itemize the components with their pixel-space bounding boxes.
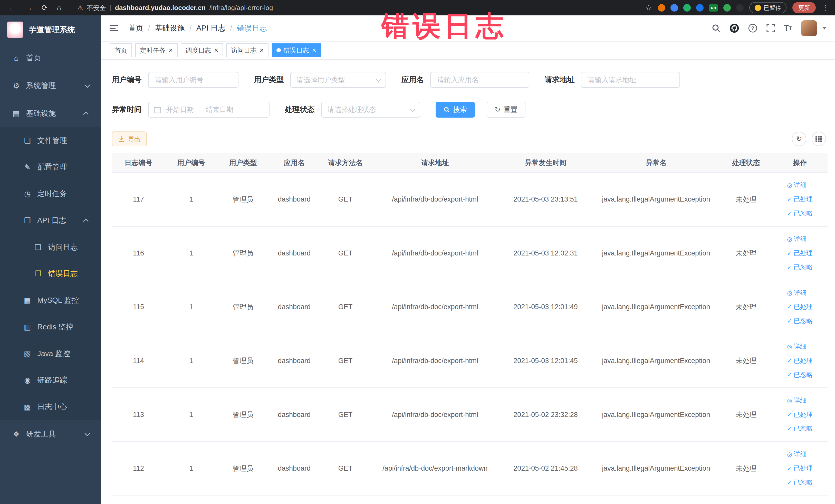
sidebar-item-mysql-monitor[interactable]: ▦MySQL 监控 [0,287,101,314]
browser-menu-icon[interactable]: ⋮ [822,4,829,12]
sidebar-item-dev-tools[interactable]: ❖研发工具 [0,420,101,448]
search-button[interactable]: 搜索 [435,102,475,118]
security-label[interactable]: 不安全 [87,4,106,12]
gear-icon: ⚙ [11,81,21,90]
mark-processed-link[interactable]: ✓已处理 [787,246,813,260]
user-avatar[interactable] [801,20,817,36]
mark-ignored-link[interactable]: ✓已忽略 [787,206,813,221]
extension-orange-icon[interactable] [658,4,665,12]
breadcrumb-item[interactable]: API 日志 [196,23,225,33]
font-size-icon[interactable]: TT [784,24,792,32]
extension-blue-icon[interactable] [670,4,678,12]
mark-processed-link[interactable]: ✓已处理 [787,408,813,422]
detail-link[interactable]: ◎详细 [787,340,813,354]
sidebar-item-error-log[interactable]: ❒错误日志 [0,260,101,287]
search-icon[interactable] [712,24,720,33]
mark-ignored-link[interactable]: ✓已忽略 [787,476,813,490]
back-icon[interactable]: ← [8,4,16,12]
mark-ignored-link[interactable]: ✓已忽略 [787,314,813,328]
home-icon[interactable]: ⌂ [57,4,61,12]
sidebar-item-file-manage[interactable]: ❏文件管理 [0,127,101,154]
detail-link[interactable]: ◎详细 [787,286,813,300]
sidebar-item-home[interactable]: ⌂首页 [0,44,101,72]
detail-link[interactable]: ◎详细 [787,394,813,408]
export-button[interactable]: 导出 [112,132,147,146]
sidebar-item-trace[interactable]: ◉链路追踪 [0,367,101,394]
mark-processed-link[interactable]: ✓已处理 [787,192,813,206]
close-icon[interactable]: × [260,47,264,54]
extension-blue-grid-icon[interactable] [696,4,704,12]
sidebar-item-infrastructure[interactable]: ▤基础设施 [0,100,101,127]
close-icon[interactable]: × [169,47,173,54]
table-row: 1131管理员dashboardGET/api/infra/db-doc/exp… [112,388,828,442]
extension-on-badge[interactable]: on [709,4,718,12]
detail-link[interactable]: ◎详细 [787,178,813,192]
app-logo[interactable]: 芋道管理系统 [0,15,101,44]
fullscreen-icon[interactable] [767,24,775,32]
sidebar-item-api-log[interactable]: ❐API 日志 [0,207,101,234]
sidebar-item-system-manage[interactable]: ⚙系统管理 [0,72,101,100]
tab-scheduled-task[interactable]: 定时任务× [135,43,178,57]
breadcrumb-item[interactable]: 首页 [128,23,143,33]
sidebar-item-config-manage[interactable]: ✎配置管理 [0,154,101,181]
close-icon[interactable]: × [214,47,219,54]
exception-time-range-picker[interactable]: 开始日期 - 结束日期 [148,102,269,118]
mark-processed-link[interactable]: ✓已处理 [787,300,813,314]
help-icon[interactable]: ? [748,24,757,33]
mark-processed-link[interactable]: ✓已处理 [787,354,813,368]
chevron-down-icon[interactable] [822,27,827,29]
process-status-select[interactable]: 请选择处理状态 [321,102,420,118]
paused-badge[interactable]: 已暂停 [749,2,787,13]
cell-user-id: 1 [165,334,217,388]
github-icon[interactable] [730,23,739,33]
cell-user-type: 管理员 [217,173,269,226]
cell-method: GET [320,388,371,442]
url-host: dashboard.yudao.iocoder.cn [115,4,206,12]
sidebar-item-scheduled-task[interactable]: ◷定时任务 [0,181,101,207]
cell-exception-name: java.lang.IllegalArgumentException [592,226,720,280]
mark-processed-link[interactable]: ✓已处理 [787,461,813,476]
mark-ignored-link[interactable]: ✓已忽略 [787,422,813,436]
refresh-icon: ↻ [796,135,802,143]
mark-ignored-link[interactable]: ✓已忽略 [787,368,813,382]
tab-schedule-log[interactable]: 调度日志× [181,43,223,57]
cell-exception-name: java.lang.IllegalArgumentException [592,388,720,442]
mark-ignored-link[interactable]: ✓已忽略 [787,260,813,275]
cell-method: GET [320,442,371,496]
update-button[interactable]: 更新 [792,2,816,13]
sidebar-item-log-center[interactable]: ▩日志中心 [0,394,101,420]
extension-paw-icon[interactable] [736,4,744,12]
address-bar[interactable]: ⚠ 不安全 | dashboard.yudao.iocoder.cn/infra… [64,4,645,12]
breadcrumb-item[interactable]: 错误日志 [237,23,267,33]
tab-home[interactable]: 首页 [109,43,132,57]
sidebar-item-java-monitor[interactable]: ▧Java 监控 [0,340,101,367]
reload-icon[interactable]: ⟳ [42,4,48,12]
check-icon: ✓ [787,318,792,324]
tab-error-log[interactable]: 错误日志× [272,43,321,57]
export-button-label: 导出 [128,135,141,143]
detail-link[interactable]: ◎详细 [787,447,813,461]
column-settings-button[interactable] [812,132,826,146]
extension-sprout-icon[interactable] [724,4,731,12]
detail-link[interactable]: ◎详细 [787,232,813,246]
hamburger-icon[interactable] [109,25,118,32]
extension-green-icon[interactable] [683,4,691,12]
user-id-input[interactable] [148,72,239,88]
reset-button[interactable]: ↻ 重置 [487,102,526,118]
main-area: 首页/基础设施/API 日志/错误日志 ? TT [101,15,835,504]
sidebar-item-label: 访问日志 [48,242,101,253]
sidebar-item-redis-monitor[interactable]: ▥Redis 监控 [0,314,101,340]
sidebar-item-access-log[interactable]: ❑访问日志 [0,234,101,261]
user-type-select[interactable]: 请选择用户类型 [290,72,386,88]
extension-icons: on [658,4,744,12]
close-icon[interactable]: × [312,47,316,54]
app-name-input[interactable] [430,72,529,88]
breadcrumb-item[interactable]: 基础设施 [155,23,185,33]
bookmark-star-icon[interactable]: ☆ [645,3,652,12]
forward-icon[interactable]: → [25,4,32,12]
sidebar: 芋道管理系统 ⌂首页⚙系统管理▤基础设施❏文件管理✎配置管理◷定时任务❐API … [0,15,101,504]
table-toolbar: 导出 ↻ [112,132,828,146]
request-url-input[interactable] [581,72,680,88]
tab-access-log[interactable]: 访问日志× [226,43,268,57]
refresh-button[interactable]: ↻ [792,132,806,146]
